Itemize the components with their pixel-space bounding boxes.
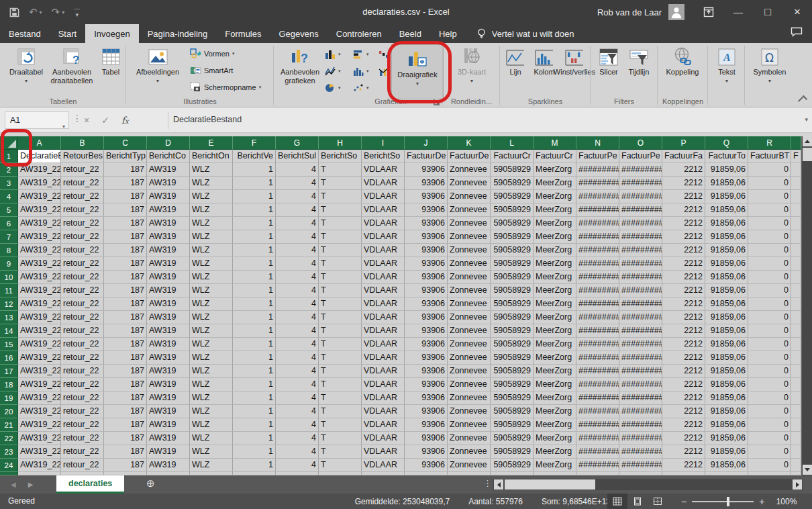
cell-O11[interactable]: #########	[619, 284, 662, 297]
row-header-12[interactable]: 12	[0, 297, 18, 311]
page-layout-view-button[interactable]	[627, 494, 648, 509]
cell-B12[interactable]: retour_22	[61, 297, 104, 311]
cell-H14[interactable]: T	[319, 324, 362, 338]
cell-I12[interactable]: VDLAAR	[362, 297, 405, 311]
cell-O4[interactable]: #########	[619, 190, 662, 203]
cell-E6[interactable]: WLZ	[190, 217, 233, 230]
cell-E11[interactable]: WLZ	[190, 284, 233, 297]
cell-M3[interactable]: MeerZorg	[534, 177, 576, 190]
cell-I23[interactable]: VDLAAR	[362, 445, 405, 459]
cell-partial-10[interactable]	[791, 271, 801, 284]
cell-J7[interactable]: 93906	[405, 230, 448, 244]
cell-partial-23[interactable]	[791, 445, 801, 459]
cell-K16[interactable]: Zonnevee	[448, 351, 491, 365]
cell-F22[interactable]: 1	[233, 432, 276, 445]
tab-formules[interactable]: Formules	[216, 24, 270, 43]
column-header-M[interactable]: M	[534, 136, 576, 150]
cell-J21[interactable]: 93906	[405, 418, 448, 432]
cell-H18[interactable]: T	[319, 378, 362, 391]
cell-F19[interactable]: 1	[233, 391, 276, 405]
cell-J4[interactable]: 93906	[405, 190, 448, 203]
cell-H20[interactable]: T	[319, 405, 362, 418]
cell-F16[interactable]: 1	[233, 351, 276, 365]
cell-C17[interactable]: 187	[104, 365, 147, 378]
cell-G11[interactable]: 4	[276, 284, 319, 297]
cell-H23[interactable]: T	[319, 445, 362, 459]
cell-C19[interactable]: 187	[104, 391, 147, 405]
cell-G19[interactable]: 4	[276, 391, 319, 405]
cell-M17[interactable]: MeerZorg	[534, 365, 576, 378]
cell-E19[interactable]: WLZ	[190, 391, 233, 405]
cell-G17[interactable]: 4	[276, 365, 319, 378]
cell-O19[interactable]: #########	[619, 391, 662, 405]
cell-F4[interactable]: 1	[233, 190, 276, 203]
cell-F5[interactable]: 1	[233, 203, 276, 217]
cell-L19[interactable]: 59058929	[491, 391, 534, 405]
cell-H7[interactable]: T	[319, 230, 362, 244]
cell-K9[interactable]: Zonnevee	[448, 257, 491, 271]
cell-I14[interactable]: VDLAAR	[362, 324, 405, 338]
cell-E15[interactable]: WLZ	[190, 338, 233, 351]
cell-R18[interactable]: 0	[748, 378, 791, 391]
cell-N10[interactable]: #########	[576, 271, 619, 284]
cell-B3[interactable]: retour_22	[61, 177, 104, 190]
tab-beeld[interactable]: Beeld	[391, 24, 430, 43]
cell-G10[interactable]: 4	[276, 271, 319, 284]
cell-J14[interactable]: 93906	[405, 324, 448, 338]
cell-C7[interactable]: 187	[104, 230, 147, 244]
cell-C6[interactable]: 187	[104, 217, 147, 230]
cell-O9[interactable]: #########	[619, 257, 662, 271]
cell-J1[interactable]: FactuurDe	[405, 150, 448, 163]
cell-A17[interactable]: AW319_22	[18, 365, 61, 378]
cell-O13[interactable]: #########	[619, 311, 662, 324]
tab-start[interactable]: Start	[50, 24, 85, 43]
cell-F15[interactable]: 1	[233, 338, 276, 351]
column-header-F[interactable]: F	[233, 136, 276, 150]
cell-A8[interactable]: AW319_22	[18, 244, 61, 257]
cell-O1[interactable]: FactuurPe	[619, 150, 662, 163]
cell-E8[interactable]: WLZ	[190, 244, 233, 257]
cell-G21[interactable]: 4	[276, 418, 319, 432]
cell-M12[interactable]: MeerZorg	[534, 297, 576, 311]
scroll-right-button[interactable]	[793, 479, 802, 490]
cell-M6[interactable]: MeerZorg	[534, 217, 576, 230]
cell-D20[interactable]: AW319	[147, 405, 190, 418]
cell-I10[interactable]: VDLAAR	[362, 271, 405, 284]
cell-L2[interactable]: 59058929	[491, 163, 534, 177]
cell-O18[interactable]: #########	[619, 378, 662, 391]
previous-sheet-icon[interactable]: ◀	[11, 481, 16, 488]
row-header-23[interactable]: 23	[0, 445, 18, 459]
cell-N21[interactable]: #########	[576, 418, 619, 432]
cell-J22[interactable]: 93906	[405, 432, 448, 445]
cell-I19[interactable]: VDLAAR	[362, 391, 405, 405]
cell-A4[interactable]: AW319_22	[18, 190, 61, 203]
tab-invoegen[interactable]: Invoegen	[85, 24, 139, 43]
save-icon[interactable]	[9, 7, 19, 17]
insert-line-chart-button[interactable]: ▾	[325, 66, 341, 76]
row-header-4[interactable]: 4	[0, 190, 18, 203]
cell-O5[interactable]: #########	[619, 203, 662, 217]
row-header-19[interactable]: 19	[0, 391, 18, 405]
cell-D18[interactable]: AW319	[147, 378, 190, 391]
close-button[interactable]: ×	[782, 0, 812, 24]
cell-G4[interactable]: 4	[276, 190, 319, 203]
column-header-H[interactable]: H	[319, 136, 362, 150]
row-header-21[interactable]: 21	[0, 418, 18, 432]
cell-A11[interactable]: AW319_22	[18, 284, 61, 297]
column-header-E[interactable]: E	[190, 136, 233, 150]
cell-D11[interactable]: AW319	[147, 284, 190, 297]
cell-partial-9[interactable]	[791, 257, 801, 271]
aanbevolen-grafieken-button[interactable]: ? Aanbevolen grafieken	[278, 46, 322, 85]
cell-F12[interactable]: 1	[233, 297, 276, 311]
column-header-R[interactable]: R	[748, 136, 791, 150]
cell-A10[interactable]: AW319_22	[18, 271, 61, 284]
cell-M7[interactable]: MeerZorg	[534, 230, 576, 244]
sheet-tab-declaraties[interactable]: declaraties	[56, 475, 124, 494]
cell-J20[interactable]: 93906	[405, 405, 448, 418]
cell-J12[interactable]: 93906	[405, 297, 448, 311]
cell-E5[interactable]: WLZ	[190, 203, 233, 217]
cell-F24[interactable]: 1	[233, 459, 276, 472]
cell-N18[interactable]: #########	[576, 378, 619, 391]
cell-D12[interactable]: AW319	[147, 297, 190, 311]
cell-H16[interactable]: T	[319, 351, 362, 365]
